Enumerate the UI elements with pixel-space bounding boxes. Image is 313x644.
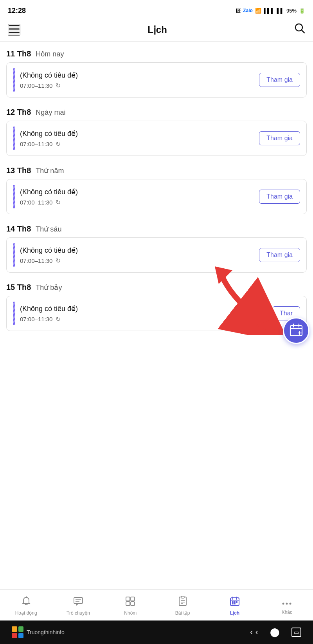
date-main-5: 15 Th8 (6, 283, 31, 292)
zalo-icon: Zalo (243, 8, 253, 13)
bell-icon (21, 596, 31, 609)
event-time-3: 07:00–11:30 ↻ (20, 199, 254, 206)
date-label-5: Thứ bảy (36, 283, 62, 292)
events-section-5: (Không có tiêu đề) 07:00–11:30 ↻ Thar (6, 296, 307, 331)
event-stripe-1 (13, 68, 15, 92)
battery-percent: 95% (286, 8, 297, 14)
date-section-4: 14 Th8 Thứ sáu (Không có tiêu đề) 07:00–… (6, 217, 307, 273)
event-title-4: (Không có tiêu đề) (20, 246, 254, 255)
date-section-3: 13 Th8 Thứ năm (Không có tiêu đề) 07:00–… (6, 158, 307, 214)
event-title-1: (Không có tiêu đề) (20, 71, 254, 80)
svg-rect-8 (290, 326, 302, 336)
status-icons: 🖼 Zalo 📶 ▌▌▌ ▌▌ 95% 🔋 (236, 8, 305, 14)
event-title-5: (Không có tiêu đề) (20, 304, 268, 313)
svg-point-37 (286, 602, 288, 604)
event-info-2: (Không có tiêu đề) 07:00–11:30 ↻ (20, 129, 254, 148)
svg-rect-33 (236, 601, 237, 603)
repeat-icon-4: ↻ (56, 257, 61, 264)
notification-icon: 🖼 (236, 8, 241, 14)
event-time-5: 07:00–11:30 ↻ (20, 315, 268, 323)
date-main-3: 13 Th8 (6, 166, 31, 175)
event-time-4: 07:00–11:30 ↻ (20, 257, 254, 264)
date-label-3: Thứ năm (36, 166, 64, 175)
page-title: Lịch (148, 24, 167, 35)
logo-cell-red (12, 633, 17, 639)
svg-rect-1 (9, 28, 20, 29)
event-card-3: (Không có tiêu đề) 07:00–11:30 ↻ Tham gi… (6, 179, 307, 214)
repeat-icon-2: ↻ (56, 140, 61, 148)
event-time-2: 07:00–11:30 ↻ (20, 140, 254, 148)
logo-grid (12, 626, 23, 638)
nav-label-bai-tap: Bài tập (175, 610, 190, 616)
tham-gia-button-4[interactable]: Tham gia (259, 248, 300, 262)
event-info-1: (Không có tiêu đề) 07:00–11:30 ↻ (20, 71, 254, 89)
nav-item-khac[interactable]: Khác (261, 597, 313, 615)
tham-gia-button-3[interactable]: Tham gia (259, 190, 300, 204)
date-main-1: 11 Th8 (6, 49, 31, 58)
watermark-text: Truongthinhinfo (27, 629, 65, 635)
event-card-1: (Không có tiêu đề) 07:00–11:30 ↻ Tham gi… (6, 62, 307, 98)
svg-rect-21 (131, 602, 135, 606)
android-nav-bar: ‹ ‹ ⬤ ▭ (250, 627, 301, 637)
svg-rect-15 (74, 597, 83, 604)
svg-point-36 (282, 602, 284, 604)
event-stripe-2 (13, 127, 15, 150)
svg-rect-2 (9, 32, 20, 33)
repeat-icon-3: ↻ (56, 199, 61, 206)
event-info-5: (Không có tiêu đề) 07:00–11:30 ↻ (20, 304, 268, 323)
nav-label-khac: Khác (282, 610, 292, 615)
event-card-2: (Không có tiêu đề) 07:00–11:30 ↻ Tham gi… (6, 121, 307, 156)
date-section-2: 12 Th8 Ngày mai (Không có tiêu đề) 07:00… (6, 100, 307, 156)
nav-label-lich: Lịch (230, 610, 239, 616)
logo-cell-orange (12, 626, 17, 632)
repeat-icon-1: ↻ (56, 82, 61, 89)
nav-item-tro-chuyen[interactable]: Trò chuyện (52, 596, 104, 616)
svg-rect-19 (131, 597, 135, 601)
date-header-2: 12 Th8 Ngày mai (6, 100, 307, 121)
date-header-4: 14 Th8 Thứ sáu (6, 217, 307, 237)
date-label-4: Thứ sáu (36, 225, 61, 233)
menu-button[interactable] (8, 24, 20, 36)
search-button[interactable] (294, 23, 305, 36)
svg-rect-35 (234, 603, 236, 604)
android-recents-icon[interactable]: ▭ (291, 628, 301, 637)
svg-line-4 (301, 30, 304, 33)
date-header-3: 13 Th8 Thứ năm (6, 158, 307, 179)
calendar-icon (230, 596, 240, 609)
fab-calendar-plus-icon (289, 323, 303, 338)
nav-label-nhom: Nhóm (124, 610, 137, 616)
event-time-1: 07:00–11:30 ↻ (20, 82, 254, 89)
signal-icon-1: ▌▌▌ (264, 8, 275, 14)
event-info-4: (Không có tiêu đề) 07:00–11:30 ↻ (20, 246, 254, 264)
date-label-2: Ngày mai (36, 109, 65, 117)
svg-rect-23 (181, 596, 184, 598)
main-content: 11 Th8 Hôm nay (Không có tiêu đề) 07:00–… (0, 42, 313, 589)
tham-gia-button-1[interactable]: Tham gia (259, 73, 300, 87)
event-title-2: (Không có tiêu đề) (20, 129, 254, 138)
signal-icon-2: ▌▌ (277, 8, 284, 14)
date-label-1: Hôm nay (36, 50, 64, 58)
bottom-nav: Hoạt động Trò chuyện Nhóm (0, 589, 313, 620)
event-card-5: (Không có tiêu đề) 07:00–11:30 ↻ Thar (6, 296, 307, 331)
status-bar: 12:28 🖼 Zalo 📶 ▌▌▌ ▌▌ 95% 🔋 (0, 0, 313, 20)
battery-icon: 🔋 (299, 8, 305, 14)
wifi-icon: 📶 (255, 8, 261, 14)
nav-item-nhom[interactable]: Nhóm (104, 596, 156, 616)
date-section-5: 15 Th8 Thứ bảy (Khôn (6, 275, 307, 331)
assignment-icon (178, 596, 188, 609)
event-title-3: (Không có tiêu đề) (20, 188, 254, 196)
nav-item-bai-tap[interactable]: Bài tập (156, 596, 209, 616)
chat-icon (73, 596, 83, 609)
repeat-icon-5: ↻ (56, 315, 61, 323)
top-nav: Lịch (0, 20, 313, 42)
nav-item-lich[interactable]: Lịch (209, 596, 261, 616)
nav-label-hoat-dong: Hoạt động (15, 610, 37, 616)
android-home-icon[interactable]: ⬤ (270, 627, 280, 637)
svg-rect-32 (234, 601, 236, 603)
watermark-logo: Truongthinhinfo (12, 626, 65, 638)
tham-gia-button-2[interactable]: Tham gia (259, 131, 300, 145)
nav-item-hoat-dong[interactable]: Hoạt động (0, 596, 52, 616)
fab-add-event-button[interactable] (283, 317, 309, 344)
date-header-5: 15 Th8 Thứ bảy (6, 275, 307, 296)
android-back-icon[interactable]: ‹ ‹ (250, 627, 258, 637)
